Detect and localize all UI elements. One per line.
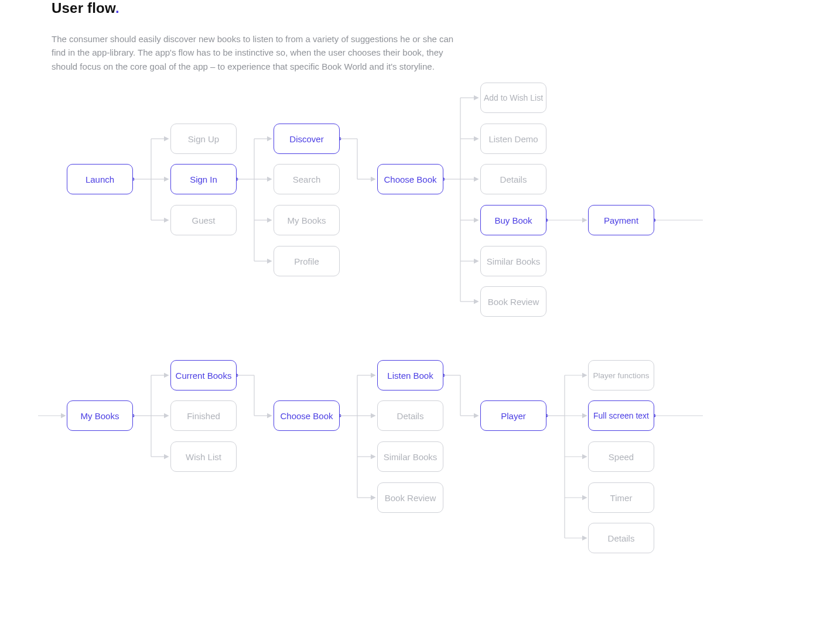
node-player: Player (480, 400, 546, 431)
node-speed: Speed (588, 441, 654, 472)
node-finished: Finished (170, 400, 237, 431)
node-my-books-opt: My Books (274, 205, 340, 235)
section-heading: User flow. (52, 0, 119, 16)
node-profile: Profile (274, 246, 340, 276)
node-player-functions: Player functions (588, 360, 654, 390)
connector-layer (0, 0, 820, 644)
node-details-1: Details (480, 164, 546, 194)
node-discover: Discover (274, 124, 340, 154)
node-payment: Payment (588, 205, 654, 235)
node-sign-up: Sign Up (170, 124, 237, 154)
heading-dot: . (115, 0, 119, 16)
node-search: Search (274, 164, 340, 194)
intro-paragraph: The consumer should easily discover new … (52, 32, 462, 73)
node-full-screen-text: Full screen text (588, 400, 654, 431)
node-choose-book-1: Choose Book (377, 164, 443, 194)
node-wish-list: Wish List (170, 441, 237, 472)
node-current-books: Current Books (170, 360, 237, 390)
node-add-wishlist: Add to Wish List (480, 83, 546, 113)
node-listen-demo: Listen Demo (480, 124, 546, 154)
node-launch: Launch (67, 164, 133, 194)
node-choose-book-2: Choose Book (274, 400, 340, 431)
node-timer: Timer (588, 482, 654, 513)
node-sign-in: Sign In (170, 164, 237, 194)
node-review-1: Book Review (480, 286, 546, 317)
node-similar-2: Similar Books (377, 441, 443, 472)
node-my-books: My Books (67, 400, 133, 431)
node-listen-book: Listen Book (377, 360, 443, 390)
node-similar-1: Similar Books (480, 246, 546, 276)
node-details-2: Details (377, 400, 443, 431)
node-details-3: Details (588, 523, 654, 553)
node-guest: Guest (170, 205, 237, 235)
heading-text: User flow (52, 0, 115, 16)
node-buy-book: Buy Book (480, 205, 546, 235)
node-review-2: Book Review (377, 482, 443, 513)
